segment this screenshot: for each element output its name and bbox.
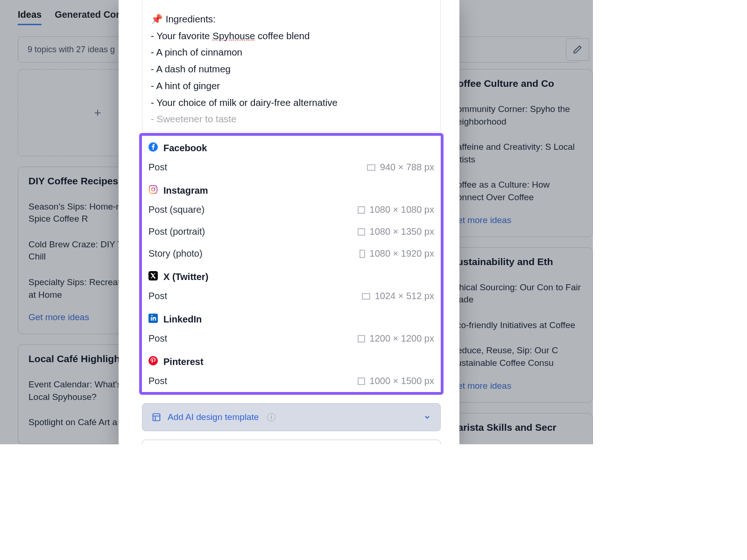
pin-icon xyxy=(148,356,158,367)
platform-header: Facebook xyxy=(148,140,434,156)
platform-group-pin: PinterestPost1000 × 1500 px xyxy=(142,350,441,392)
format-label: Story (photo) xyxy=(148,248,203,259)
svg-rect-1 xyxy=(149,186,157,194)
post-editor: 📌 Ingredients: - Your favorite Spyhouse … xyxy=(142,0,441,132)
platform-name: X (Twitter) xyxy=(163,272,208,282)
platform-name: Facebook xyxy=(163,143,207,154)
dimension-icon xyxy=(359,250,365,258)
ingredient-line: - A dash of nutmeg xyxy=(151,62,431,76)
format-dimensions: 1000 × 1500 px xyxy=(358,376,434,386)
format-dimensions: 1200 × 1200 px xyxy=(358,333,434,344)
format-label: Post xyxy=(148,291,167,301)
dimension-icon xyxy=(367,164,375,171)
recipe-content[interactable]: 📌 Ingredients: - Your favorite Spyhouse … xyxy=(142,0,440,126)
dimension-icon xyxy=(358,206,365,214)
svg-point-6 xyxy=(148,356,158,365)
platform-name: Instagram xyxy=(163,185,208,196)
format-option[interactable]: Post1024 × 512 px xyxy=(148,285,434,307)
format-selector-panel: FacebookPost940 × 788 pxInstagramPost (s… xyxy=(139,133,444,395)
format-label: Post (portrait) xyxy=(148,226,205,237)
dimension-icon xyxy=(358,228,365,236)
x-icon xyxy=(148,271,158,282)
ingredient-line: - A pinch of cinnamon xyxy=(151,45,431,59)
spyhouse-link: Spyhouse xyxy=(212,30,255,41)
chevron-down-icon xyxy=(423,413,431,421)
format-option[interactable]: Story (photo)1080 × 1920 px xyxy=(148,243,434,265)
image-format-modal: 📌 Ingredients: - Your favorite Spyhouse … xyxy=(119,0,459,444)
svg-point-3 xyxy=(155,187,155,188)
info-icon[interactable]: i xyxy=(267,413,275,421)
format-dimensions: 1080 × 1920 px xyxy=(359,248,434,259)
ingredient-line: - Your favorite Spyhouse coffee blend xyxy=(151,29,431,43)
ig-icon xyxy=(148,185,158,196)
platform-header: X (Twitter) xyxy=(148,268,434,285)
format-label: Post xyxy=(148,333,167,344)
format-dimensions: 1080 × 1080 px xyxy=(358,204,434,215)
dimension-icon xyxy=(358,335,365,343)
fb-icon xyxy=(148,142,158,154)
add-ai-art-button[interactable]: Add AI art i xyxy=(142,440,441,444)
format-dimensions: 940 × 788 px xyxy=(367,162,434,173)
svg-rect-7 xyxy=(153,414,160,421)
svg-point-2 xyxy=(152,188,155,191)
dimension-icon xyxy=(362,293,370,300)
format-option[interactable]: Post940 × 788 px xyxy=(148,156,434,178)
platform-group-li: LinkedInPost1200 × 1200 px xyxy=(142,307,441,350)
format-label: Post xyxy=(148,376,167,386)
platform-header: Pinterest xyxy=(148,353,434,370)
platform-header: Instagram xyxy=(148,182,434,199)
ingredients-header: 📌 Ingredients: xyxy=(151,12,431,26)
add-ai-template-button[interactable]: Add AI design template i xyxy=(142,403,441,431)
ingredient-line: - Sweetener to taste xyxy=(151,112,431,126)
platform-group-ig: InstagramPost (square)1080 × 1080 pxPost… xyxy=(142,178,441,265)
format-dimensions: 1080 × 1350 px xyxy=(358,226,434,237)
dimension-icon xyxy=(358,378,365,385)
format-option[interactable]: Post (square)1080 × 1080 px xyxy=(148,199,434,221)
platform-group-x: X (Twitter)Post1024 × 512 px xyxy=(142,265,441,307)
add-ai-template-label: Add AI design template xyxy=(168,412,259,422)
platform-group-fb: FacebookPost940 × 788 px xyxy=(142,136,441,178)
format-label: Post (square) xyxy=(148,204,204,215)
platform-name: LinkedIn xyxy=(163,314,202,325)
format-option[interactable]: Post1000 × 1500 px xyxy=(148,370,434,392)
template-icon xyxy=(152,413,161,422)
ingredient-line: - A hint of ginger xyxy=(151,79,431,93)
format-option[interactable]: Post (portrait)1080 × 1350 px xyxy=(148,221,434,243)
format-label: Post xyxy=(148,162,167,173)
format-dimensions: 1024 × 512 px xyxy=(362,291,434,301)
ingredient-line: - Your choice of milk or dairy-free alte… xyxy=(151,96,431,110)
format-option[interactable]: Post1200 × 1200 px xyxy=(148,328,434,350)
platform-header: LinkedIn xyxy=(148,311,434,328)
platform-name: Pinterest xyxy=(163,357,204,367)
li-icon xyxy=(148,314,158,325)
